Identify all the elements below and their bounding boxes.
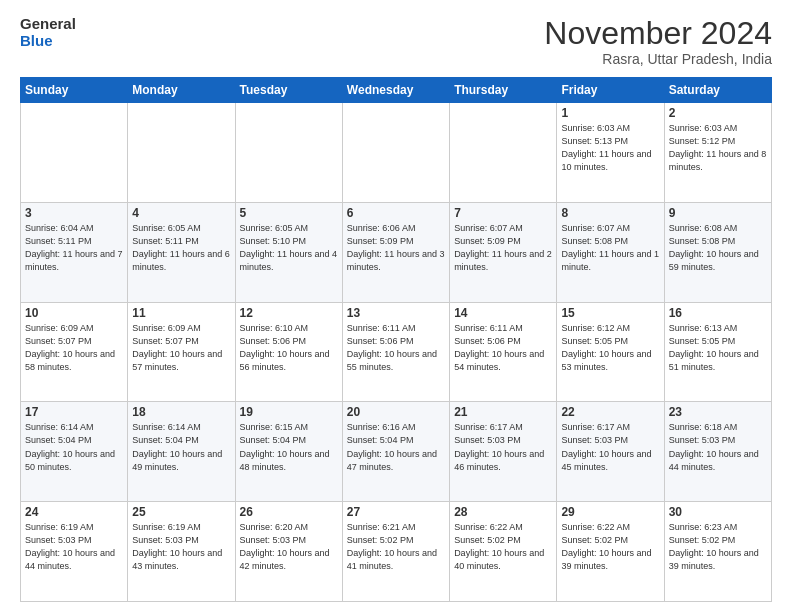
day-info: Sunrise: 6:05 AM Sunset: 5:11 PM Dayligh… (132, 222, 230, 274)
week-row-4: 17Sunrise: 6:14 AM Sunset: 5:04 PM Dayli… (21, 402, 772, 502)
calendar-cell-2-2: 12Sunrise: 6:10 AM Sunset: 5:06 PM Dayli… (235, 302, 342, 402)
day-number: 20 (347, 405, 445, 419)
day-info: Sunrise: 6:11 AM Sunset: 5:06 PM Dayligh… (347, 322, 445, 374)
calendar-cell-2-5: 15Sunrise: 6:12 AM Sunset: 5:05 PM Dayli… (557, 302, 664, 402)
day-number: 21 (454, 405, 552, 419)
col-sunday: Sunday (21, 78, 128, 103)
day-info: Sunrise: 6:17 AM Sunset: 5:03 PM Dayligh… (561, 421, 659, 473)
month-title: November 2024 (544, 16, 772, 51)
calendar-cell-4-4: 28Sunrise: 6:22 AM Sunset: 5:02 PM Dayli… (450, 502, 557, 602)
day-number: 24 (25, 505, 123, 519)
calendar-cell-4-5: 29Sunrise: 6:22 AM Sunset: 5:02 PM Dayli… (557, 502, 664, 602)
day-info: Sunrise: 6:11 AM Sunset: 5:06 PM Dayligh… (454, 322, 552, 374)
calendar-cell-3-5: 22Sunrise: 6:17 AM Sunset: 5:03 PM Dayli… (557, 402, 664, 502)
col-saturday: Saturday (664, 78, 771, 103)
day-info: Sunrise: 6:04 AM Sunset: 5:11 PM Dayligh… (25, 222, 123, 274)
calendar-cell-1-0: 3Sunrise: 6:04 AM Sunset: 5:11 PM Daylig… (21, 202, 128, 302)
col-monday: Monday (128, 78, 235, 103)
col-thursday: Thursday (450, 78, 557, 103)
calendar-cell-0-4 (450, 103, 557, 203)
calendar-cell-3-0: 17Sunrise: 6:14 AM Sunset: 5:04 PM Dayli… (21, 402, 128, 502)
calendar-cell-0-3 (342, 103, 449, 203)
calendar-cell-2-4: 14Sunrise: 6:11 AM Sunset: 5:06 PM Dayli… (450, 302, 557, 402)
calendar-table: Sunday Monday Tuesday Wednesday Thursday… (20, 77, 772, 602)
day-info: Sunrise: 6:13 AM Sunset: 5:05 PM Dayligh… (669, 322, 767, 374)
calendar-cell-3-6: 23Sunrise: 6:18 AM Sunset: 5:03 PM Dayli… (664, 402, 771, 502)
week-row-2: 3Sunrise: 6:04 AM Sunset: 5:11 PM Daylig… (21, 202, 772, 302)
logo-text: General Blue (20, 16, 76, 49)
page: General Blue General Blue November 2024 … (0, 0, 792, 612)
header: General Blue General Blue November 2024 … (20, 16, 772, 67)
logo: General Blue General Blue (20, 16, 76, 49)
calendar-cell-4-6: 30Sunrise: 6:23 AM Sunset: 5:02 PM Dayli… (664, 502, 771, 602)
day-info: Sunrise: 6:09 AM Sunset: 5:07 PM Dayligh… (25, 322, 123, 374)
day-info: Sunrise: 6:15 AM Sunset: 5:04 PM Dayligh… (240, 421, 338, 473)
day-number: 30 (669, 505, 767, 519)
day-number: 12 (240, 306, 338, 320)
calendar-cell-1-6: 9Sunrise: 6:08 AM Sunset: 5:08 PM Daylig… (664, 202, 771, 302)
calendar-cell-4-3: 27Sunrise: 6:21 AM Sunset: 5:02 PM Dayli… (342, 502, 449, 602)
day-info: Sunrise: 6:19 AM Sunset: 5:03 PM Dayligh… (25, 521, 123, 573)
week-row-1: 1Sunrise: 6:03 AM Sunset: 5:13 PM Daylig… (21, 103, 772, 203)
day-info: Sunrise: 6:16 AM Sunset: 5:04 PM Dayligh… (347, 421, 445, 473)
day-number: 23 (669, 405, 767, 419)
day-number: 17 (25, 405, 123, 419)
calendar-cell-2-3: 13Sunrise: 6:11 AM Sunset: 5:06 PM Dayli… (342, 302, 449, 402)
day-info: Sunrise: 6:14 AM Sunset: 5:04 PM Dayligh… (132, 421, 230, 473)
day-number: 5 (240, 206, 338, 220)
day-number: 27 (347, 505, 445, 519)
calendar-cell-0-6: 2Sunrise: 6:03 AM Sunset: 5:12 PM Daylig… (664, 103, 771, 203)
calendar-cell-1-3: 6Sunrise: 6:06 AM Sunset: 5:09 PM Daylig… (342, 202, 449, 302)
day-info: Sunrise: 6:10 AM Sunset: 5:06 PM Dayligh… (240, 322, 338, 374)
calendar-cell-0-0 (21, 103, 128, 203)
calendar-cell-1-5: 8Sunrise: 6:07 AM Sunset: 5:08 PM Daylig… (557, 202, 664, 302)
day-number: 4 (132, 206, 230, 220)
day-number: 14 (454, 306, 552, 320)
day-number: 10 (25, 306, 123, 320)
day-number: 15 (561, 306, 659, 320)
calendar-cell-2-0: 10Sunrise: 6:09 AM Sunset: 5:07 PM Dayli… (21, 302, 128, 402)
day-number: 18 (132, 405, 230, 419)
day-info: Sunrise: 6:14 AM Sunset: 5:04 PM Dayligh… (25, 421, 123, 473)
day-info: Sunrise: 6:20 AM Sunset: 5:03 PM Dayligh… (240, 521, 338, 573)
title-block: November 2024 Rasra, Uttar Pradesh, Indi… (544, 16, 772, 67)
day-number: 11 (132, 306, 230, 320)
day-number: 19 (240, 405, 338, 419)
day-number: 8 (561, 206, 659, 220)
day-info: Sunrise: 6:09 AM Sunset: 5:07 PM Dayligh… (132, 322, 230, 374)
day-number: 2 (669, 106, 767, 120)
day-info: Sunrise: 6:03 AM Sunset: 5:12 PM Dayligh… (669, 122, 767, 174)
week-row-5: 24Sunrise: 6:19 AM Sunset: 5:03 PM Dayli… (21, 502, 772, 602)
day-number: 7 (454, 206, 552, 220)
calendar-cell-3-2: 19Sunrise: 6:15 AM Sunset: 5:04 PM Dayli… (235, 402, 342, 502)
calendar-cell-0-1 (128, 103, 235, 203)
day-number: 9 (669, 206, 767, 220)
col-tuesday: Tuesday (235, 78, 342, 103)
day-number: 25 (132, 505, 230, 519)
calendar-cell-4-1: 25Sunrise: 6:19 AM Sunset: 5:03 PM Dayli… (128, 502, 235, 602)
logo-blue-text: Blue (20, 33, 76, 50)
location: Rasra, Uttar Pradesh, India (544, 51, 772, 67)
calendar-cell-1-4: 7Sunrise: 6:07 AM Sunset: 5:09 PM Daylig… (450, 202, 557, 302)
calendar-cell-3-1: 18Sunrise: 6:14 AM Sunset: 5:04 PM Dayli… (128, 402, 235, 502)
day-number: 28 (454, 505, 552, 519)
calendar-cell-3-3: 20Sunrise: 6:16 AM Sunset: 5:04 PM Dayli… (342, 402, 449, 502)
week-row-3: 10Sunrise: 6:09 AM Sunset: 5:07 PM Dayli… (21, 302, 772, 402)
calendar-cell-2-6: 16Sunrise: 6:13 AM Sunset: 5:05 PM Dayli… (664, 302, 771, 402)
day-number: 13 (347, 306, 445, 320)
day-info: Sunrise: 6:19 AM Sunset: 5:03 PM Dayligh… (132, 521, 230, 573)
calendar-cell-3-4: 21Sunrise: 6:17 AM Sunset: 5:03 PM Dayli… (450, 402, 557, 502)
day-number: 22 (561, 405, 659, 419)
day-info: Sunrise: 6:21 AM Sunset: 5:02 PM Dayligh… (347, 521, 445, 573)
calendar-cell-2-1: 11Sunrise: 6:09 AM Sunset: 5:07 PM Dayli… (128, 302, 235, 402)
calendar-cell-4-2: 26Sunrise: 6:20 AM Sunset: 5:03 PM Dayli… (235, 502, 342, 602)
calendar-cell-0-2 (235, 103, 342, 203)
col-wednesday: Wednesday (342, 78, 449, 103)
day-info: Sunrise: 6:22 AM Sunset: 5:02 PM Dayligh… (454, 521, 552, 573)
day-info: Sunrise: 6:05 AM Sunset: 5:10 PM Dayligh… (240, 222, 338, 274)
day-number: 26 (240, 505, 338, 519)
day-info: Sunrise: 6:23 AM Sunset: 5:02 PM Dayligh… (669, 521, 767, 573)
day-info: Sunrise: 6:06 AM Sunset: 5:09 PM Dayligh… (347, 222, 445, 274)
day-info: Sunrise: 6:18 AM Sunset: 5:03 PM Dayligh… (669, 421, 767, 473)
calendar-cell-1-1: 4Sunrise: 6:05 AM Sunset: 5:11 PM Daylig… (128, 202, 235, 302)
